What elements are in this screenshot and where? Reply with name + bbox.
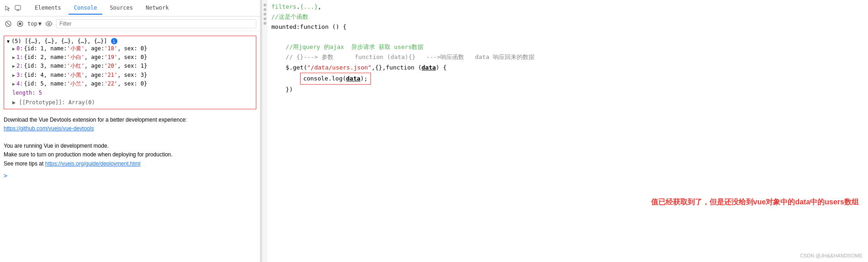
- scroll-dot-2: [264, 8, 266, 11]
- csdn-watermark: CSDN @JH&&HANDSOME: [800, 253, 863, 258]
- tab-sources[interactable]: Sources: [104, 2, 138, 15]
- code-content: filters.{...}, //这是个函数 mounted:function …: [268, 0, 868, 262]
- code-line-8: console.log(data);: [271, 73, 868, 85]
- vue-devtools-msg-1: Download the Vue Devtools extension for …: [4, 117, 187, 123]
- code-line-3: mounted:function () {: [271, 22, 868, 32]
- stop-icon[interactable]: [16, 19, 25, 28]
- scroll-dot-5: [264, 22, 266, 25]
- scroll-dot-3: [264, 13, 266, 16]
- svg-rect-6: [19, 22, 21, 25]
- vue-mode-msg: You are running Vue in development mode.: [4, 143, 109, 149]
- vue-devtools-link[interactable]: https://github.com/vuejs/vue-devtools: [4, 125, 94, 132]
- code-line-9: }): [271, 85, 868, 95]
- array-output-box: ▼ (5) [{…}, {…}, {…}, {…}, {…}] i ▶ 0: {…: [4, 36, 256, 109]
- array-length: length: 5: [7, 88, 253, 98]
- code-line-4: [271, 32, 868, 42]
- info-badge: i: [111, 38, 117, 44]
- dropdown-arrow: ▼: [38, 21, 42, 27]
- console-output: ▼ (5) [{…}, {…}, {…}, {…}, {…}] i ▶ 0: {…: [0, 31, 260, 262]
- console-prompt[interactable]: >: [0, 170, 260, 181]
- scroll-indicators: [262, 0, 268, 262]
- svg-line-4: [7, 22, 10, 25]
- array-row-1: ▶ 1: {id: 2, name: '小白' , age: '19' , se…: [12, 53, 253, 62]
- code-line-1: filters.{...},: [271, 2, 868, 12]
- vue-tips-msg: See more tips at: [4, 160, 45, 167]
- context-label: top: [27, 21, 37, 27]
- console-toolbar: top ▼: [0, 16, 260, 31]
- annotation-text: 值已经获取到了，但是还没给到vue对象中的data中的users数组: [651, 198, 859, 207]
- context-selector[interactable]: top ▼: [27, 21, 42, 27]
- code-panel: filters.{...}, //这是个函数 mounted:function …: [262, 0, 868, 262]
- code-line-2: //这是个函数: [271, 12, 868, 22]
- array-rows: ▶ 0: {id: 1, name: '小黄' , age: '18' , se…: [7, 44, 253, 88]
- vue-guide-link[interactable]: https://vuejs.org/guide/deployment.html: [45, 160, 141, 167]
- array-header[interactable]: ▼ (5) [{…}, {…}, {…}, {…}, {…}] i: [7, 38, 253, 44]
- array-row-2: ▶ 2: {id: 3, name: '小红' , age: '20' , se…: [12, 62, 253, 70]
- tab-network[interactable]: Network: [140, 2, 175, 15]
- scroll-dot-1: [264, 4, 266, 6]
- code-area: filters.{...}, //这是个函数 mounted:function …: [262, 0, 868, 262]
- eye-icon[interactable]: [44, 19, 53, 28]
- array-row-3: ▶ 3: {id: 4, name: '小黑' , age: '21' , se…: [12, 71, 253, 80]
- scroll-dot-4: [264, 17, 266, 20]
- clear-console-icon[interactable]: [4, 19, 13, 28]
- tab-console[interactable]: Console: [69, 2, 103, 15]
- vue-prod-msg: Make sure to turn on production mode whe…: [4, 151, 173, 158]
- code-line-6: // {}---> 参数 function (data){} --->响应函数 …: [271, 52, 868, 62]
- tab-bar: Elements Console Sources Network: [0, 0, 260, 16]
- cursor-icon[interactable]: [4, 4, 12, 12]
- array-row-4: ▶ 4: {id: 5, name: '小兰' , age: '22' , se…: [12, 80, 253, 88]
- svg-point-7: [48, 23, 50, 25]
- highlight-consolelog: console.log(data);: [300, 73, 371, 85]
- svg-rect-0: [15, 5, 21, 10]
- code-line-10: [271, 95, 868, 105]
- filter-input[interactable]: [56, 19, 256, 28]
- array-header-text: (5) [{…}, {…}, {…}, {…}, {…}]: [11, 38, 107, 44]
- code-line-5: //用jquery 的ajax 异步请求 获取 users数据: [271, 42, 868, 52]
- array-prototype[interactable]: ▶ [[Prototype]]: Array(0): [7, 98, 253, 107]
- array-row-0: ▶ 0: {id: 1, name: '小黄' , age: '18' , se…: [12, 44, 253, 53]
- devtools-message: Download the Vue Devtools extension for …: [0, 112, 260, 170]
- code-editor: filters.{...}, //这是个函数 mounted:function …: [262, 0, 868, 262]
- tab-elements[interactable]: Elements: [29, 2, 67, 15]
- devtools-panel: Elements Console Sources Network top ▼: [0, 0, 260, 262]
- inspect-icon[interactable]: [14, 4, 22, 12]
- code-line-7: $.get("/data/users.json",{},function (da…: [271, 63, 868, 73]
- collapse-arrow: ▼: [7, 39, 10, 44]
